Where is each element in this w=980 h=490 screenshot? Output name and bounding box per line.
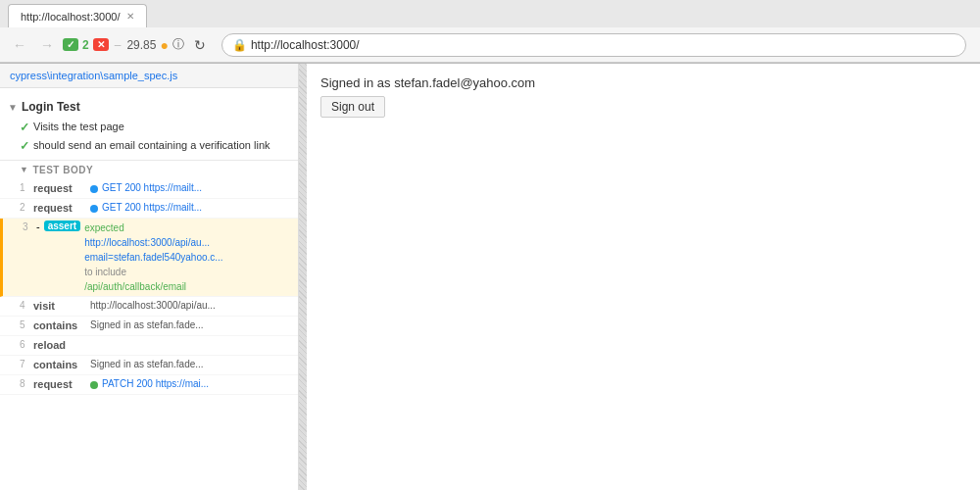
cmd-dot-1 [90, 185, 98, 193]
assert-include-value: /api/auth/callback/email [84, 279, 222, 294]
test-pass-icon-2: ✓ [20, 139, 29, 153]
browser-chrome: http://localhost:3000/ ✕ ← → ✓ 2 ✕ – 29.… [0, 0, 980, 64]
tab-bar: http://localhost:3000/ ✕ [0, 0, 980, 27]
cmd-name-2: request [33, 201, 90, 214]
browser-toolbar: ← → ✓ 2 ✕ – 29.85 ● ⓘ ↻ 🔒 http://localho… [0, 27, 980, 63]
file-path: cypress\integration\sample_spec.js [10, 70, 177, 81]
minus-icon: - [36, 220, 40, 232]
test-body-arrow-icon: ▼ [20, 165, 28, 174]
back-button[interactable]: ← [8, 33, 31, 57]
test-body-header: ▼ TEST BODY [0, 161, 298, 179]
address-icon: 🔒 [232, 38, 247, 52]
assert-expected-label: expected [84, 220, 222, 235]
cmd-row-7[interactable]: 7 contains Signed in as stefan.fade... [0, 356, 298, 375]
pass-badge: ✓ [63, 38, 78, 51]
suite-arrow-icon: ▼ [8, 102, 18, 113]
cmd-row-2[interactable]: 2 request GET 200 https://mailt... [0, 199, 298, 219]
test-body-label: TEST BODY [32, 165, 93, 175]
tab-title: http://localhost:3000/ [21, 11, 121, 23]
duration: 29.85 [126, 38, 156, 52]
test-body: ▼ TEST BODY 1 request GET 200 https://ma… [0, 160, 298, 395]
cmd-num-4: 4 [20, 299, 33, 311]
main-layout: cypress\integration\sample_spec.js ▼ Log… [0, 64, 980, 490]
cmd-row-8[interactable]: 8 request PATCH 200 https://mai... [0, 375, 298, 395]
pass-count: 2 [82, 38, 89, 52]
cmd-num-3: 3 [23, 220, 36, 232]
cmd-row-5[interactable]: 5 contains Signed in as stefan.fade... [0, 317, 298, 336]
cmd-row-1[interactable]: 1 request GET 200 https://mailt... [0, 179, 298, 199]
suite-name: Login Test [22, 100, 80, 114]
cmd-detail-2: GET 200 https://mailt... [102, 201, 202, 215]
assert-detail: expected http://localhost:3000/api/au...… [84, 220, 222, 294]
cmd-row-6[interactable]: 6 reload [0, 336, 298, 356]
cmd-num-5: 5 [20, 318, 33, 330]
test-label-1: Visits the test page [33, 120, 124, 134]
cmd-row-4[interactable]: 4 visit http://localhost:3000/api/au... [0, 297, 298, 317]
signed-in-text: Signed in as stefan.fadel@yahoo.com [320, 75, 966, 90]
test-pass-icon-1: ✓ [20, 121, 29, 134]
cmd-name-4: visit [33, 299, 90, 312]
sign-out-button[interactable]: Sign out [320, 96, 385, 118]
cmd-detail-1: GET 200 https://mailt... [102, 181, 202, 195]
assert-to-include-label: to include [84, 265, 222, 279]
cmd-name-5: contains [33, 318, 90, 331]
test-label-2: should send an email containing a verifi… [33, 138, 270, 153]
cmd-name-3-assert: assert [44, 220, 80, 231]
tab-close-icon[interactable]: ✕ [126, 11, 134, 22]
cmd-name-8: request [33, 377, 90, 390]
assert-email: email=stefan.fadel540yahoo.c... [84, 250, 222, 265]
cmd-name-6: reload [33, 338, 90, 351]
test-list: ▼ Login Test ✓ Visits the test page ✓ sh… [0, 88, 298, 490]
address-text: http://localhost:3000/ [251, 38, 360, 52]
cmd-dot-2 [90, 205, 98, 213]
test-item-1[interactable]: ✓ Visits the test page [0, 118, 298, 136]
separator: – [115, 38, 122, 52]
panel-divider [299, 64, 307, 490]
cmd-name-1: request [33, 181, 90, 194]
forward-button[interactable]: → [35, 33, 59, 57]
cmd-num-1: 1 [20, 181, 33, 193]
test-item-2[interactable]: ✓ should send an email containing a veri… [0, 136, 298, 155]
cmd-num-8: 8 [20, 377, 33, 389]
cmd-row-3[interactable]: 3 - assert expected http://localhost:300… [0, 219, 298, 297]
active-tab[interactable]: http://localhost:3000/ ✕ [8, 4, 147, 27]
cmd-num-6: 6 [20, 338, 33, 350]
cmd-num-7: 7 [20, 358, 33, 369]
assert-url-1: http://localhost:3000/api/au... [84, 235, 222, 250]
app-content: Signed in as stefan.fadel@yahoo.com Sign… [307, 64, 980, 129]
warning-icon: ● [160, 37, 168, 53]
cmd-detail-5: Signed in as stefan.fade... [90, 318, 204, 332]
cmd-detail-4: http://localhost:3000/api/au... [90, 299, 216, 313]
file-header: cypress\integration\sample_spec.js [0, 64, 298, 88]
cmd-dot-8 [90, 381, 98, 389]
suite-header[interactable]: ▼ Login Test [0, 96, 298, 118]
cmd-num-2: 2 [20, 201, 33, 213]
address-bar[interactable]: 🔒 http://localhost:3000/ [221, 33, 966, 57]
cmd-detail-7: Signed in as stefan.fade... [90, 358, 204, 371]
test-suite: ▼ Login Test ✓ Visits the test page ✓ sh… [0, 92, 298, 160]
right-panel: Signed in as stefan.fadel@yahoo.com Sign… [307, 64, 980, 490]
cmd-detail-8: PATCH 200 https://mai... [102, 377, 209, 391]
fail-badge: ✕ [93, 38, 109, 51]
info-icon: ⓘ [172, 36, 184, 53]
reload-button[interactable]: ↻ [188, 33, 212, 57]
left-panel: cypress\integration\sample_spec.js ▼ Log… [0, 64, 299, 490]
cmd-name-7: contains [33, 358, 90, 370]
